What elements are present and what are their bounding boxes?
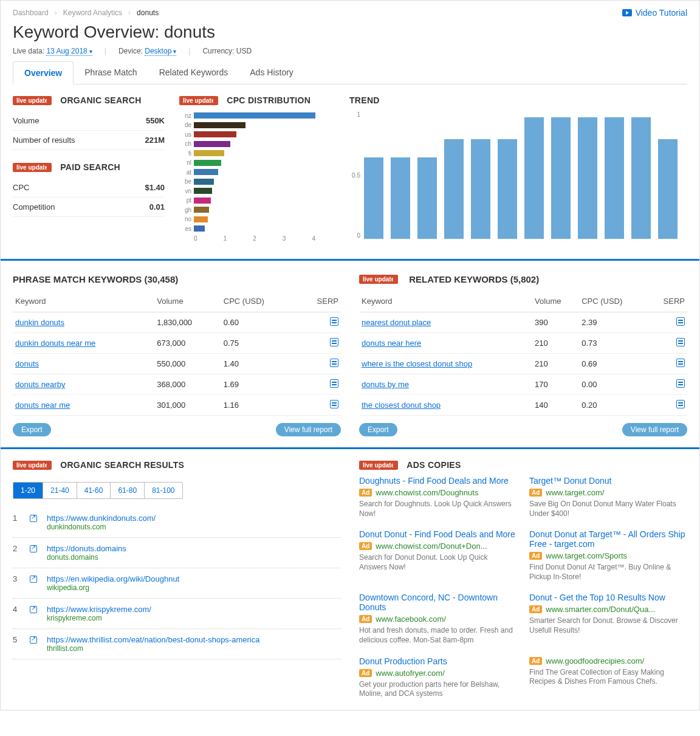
result-domain[interactable]: thrillist.com xyxy=(47,644,259,653)
live-update-badge: live update xyxy=(13,461,52,470)
external-link-icon[interactable] xyxy=(30,515,37,522)
cpc-bar xyxy=(194,207,209,213)
external-link-icon[interactable] xyxy=(30,636,37,644)
cpc-bar-label: gh xyxy=(179,207,191,213)
currency-label: Currency: USD xyxy=(202,47,252,55)
serp-result-item: 5https://www.thrillist.com/eat/nation/be… xyxy=(13,629,341,659)
organic-results-title: ORGANIC SEARCH RESULTS xyxy=(60,460,184,470)
result-domain[interactable]: krispykreme.com xyxy=(47,614,151,622)
serp-result-item: 2https://donuts.domainsdonuts.domains xyxy=(13,538,341,568)
cpc-dist-title: CPC DISTRIBUTION xyxy=(227,95,311,105)
device-picker[interactable]: Desktop xyxy=(145,47,176,56)
ad-copy: Donut Donut - Find Food Deals and MoreAd… xyxy=(359,529,517,582)
serp-icon[interactable] xyxy=(676,379,685,388)
keyword-link[interactable]: donuts nearby xyxy=(15,380,65,389)
cpc-bar xyxy=(194,225,205,232)
view-full-report-button[interactable]: View full report xyxy=(276,423,341,436)
serp-icon[interactable] xyxy=(676,317,685,326)
tab-ads-history[interactable]: Ads History xyxy=(239,61,304,84)
live-update-badge: live update xyxy=(13,163,52,172)
pager-item[interactable]: 81-100 xyxy=(145,483,182,498)
result-url[interactable]: https://www.krispykreme.com/ xyxy=(47,605,151,614)
keyword-link[interactable]: dunkin donuts near me xyxy=(15,339,95,348)
trend-chart: 10.50 xyxy=(346,111,687,239)
keyword-link[interactable]: the closest donut shop xyxy=(362,401,441,410)
ad-title[interactable]: Donut - Get the Top 10 Results Now xyxy=(529,593,687,602)
video-tutorial-link[interactable]: Video Tutorial xyxy=(622,8,687,18)
tab-related[interactable]: Related Keywords xyxy=(148,61,239,84)
cpc-bar xyxy=(194,122,245,128)
external-link-icon[interactable] xyxy=(30,576,37,583)
tab-phrase-match[interactable]: Phrase Match xyxy=(74,61,148,84)
external-link-icon[interactable] xyxy=(30,545,37,552)
ad-title[interactable]: Donut Production Parts xyxy=(359,656,517,666)
ad-description: Hot and fresh donuts, made to order. Fre… xyxy=(359,626,517,645)
serp-icon[interactable] xyxy=(330,359,338,367)
result-url[interactable]: https://donuts.domains xyxy=(47,544,126,553)
pager-item[interactable]: 21-40 xyxy=(43,483,77,498)
serp-icon[interactable] xyxy=(676,400,685,408)
keyword-link[interactable]: donuts near me xyxy=(15,401,70,410)
result-url[interactable]: https://www.thrillist.com/eat/nation/bes… xyxy=(47,635,259,644)
serp-icon[interactable] xyxy=(330,379,338,388)
keyword-link[interactable]: where is the closest donut shop xyxy=(362,359,472,368)
result-domain[interactable]: donuts.domains xyxy=(47,553,126,562)
export-button[interactable]: Export xyxy=(13,423,51,436)
cpc-bar-label: at xyxy=(179,169,191,176)
ad-description: Smarter Search for Donut. Browse & Disco… xyxy=(529,616,687,635)
export-button[interactable]: Export xyxy=(359,423,397,436)
serp-icon[interactable] xyxy=(676,338,685,346)
serp-icon[interactable] xyxy=(330,338,338,346)
ad-description: Get your production parts here for Belsh… xyxy=(359,680,517,699)
date-picker[interactable]: 13 Aug 2018 xyxy=(46,47,92,56)
trend-bar xyxy=(391,157,410,239)
ad-copy: Adwww.goodfoodrecipies.com/Find The Grea… xyxy=(529,656,687,699)
ad-url[interactable]: www.chowist.com/Doughnuts xyxy=(376,488,478,497)
result-url[interactable]: https://www.dunkindonuts.com/ xyxy=(47,514,156,523)
table-row: donuts nearby368,0001.69 xyxy=(13,374,341,395)
pager-item[interactable]: 1-20 xyxy=(13,483,43,498)
ad-title[interactable]: Donut Donut at Target™ - All Orders Ship… xyxy=(529,529,687,549)
keyword-link[interactable]: donuts xyxy=(15,359,39,368)
keyword-link[interactable]: dunkin donuts xyxy=(15,318,64,327)
breadcrumb-analytics[interactable]: Keyword Analytics xyxy=(63,9,122,17)
ad-badge: Ad xyxy=(359,489,372,497)
result-domain[interactable]: wikipedia.org xyxy=(47,583,179,592)
ads-copies-title: ADS COPIES xyxy=(407,460,461,470)
serp-icon[interactable] xyxy=(330,317,338,326)
view-full-report-button[interactable]: View full report xyxy=(622,423,687,436)
ad-copy: Target™ Donut DonutAdwww.target.com/Save… xyxy=(529,476,687,518)
table-row: the closest donut shop1400.20 xyxy=(359,395,687,416)
serp-icon[interactable] xyxy=(330,400,338,408)
breadcrumb-dashboard[interactable]: Dashboard xyxy=(13,9,49,17)
trend-bar xyxy=(578,117,597,239)
result-url[interactable]: https://en.wikipedia.org/wiki/Doughnut xyxy=(47,574,179,583)
ad-url[interactable]: www.smarter.com/Donut/Qua... xyxy=(546,605,655,614)
tab-overview[interactable]: Overview xyxy=(13,61,74,84)
keyword-link[interactable]: donuts near here xyxy=(362,339,421,348)
ad-url[interactable]: www.target.com/ xyxy=(546,488,604,497)
paid-search-title: PAID SEARCH xyxy=(60,162,120,172)
cpc-bar xyxy=(194,112,315,119)
serp-result-item: 1https://www.dunkindonuts.com/dunkindonu… xyxy=(13,507,341,538)
cpc-bar xyxy=(194,198,211,204)
pager-item[interactable]: 41-60 xyxy=(77,483,111,498)
ad-url[interactable]: www.goodfoodrecipies.com/ xyxy=(546,656,644,665)
pager-item[interactable]: 61-80 xyxy=(111,483,145,498)
ad-title[interactable]: Target™ Donut Donut xyxy=(529,476,687,486)
ad-url[interactable]: www.autofryer.com/ xyxy=(376,669,444,678)
ad-url[interactable]: www.facebook.com/ xyxy=(376,614,446,624)
cpc-bar-label: nl xyxy=(179,159,191,166)
external-link-icon[interactable] xyxy=(30,606,37,613)
serp-icon[interactable] xyxy=(676,359,685,367)
keyword-link[interactable]: nearest donut place xyxy=(362,318,431,327)
phrase-match-table: Keyword Volume CPC (USD) SERP dunkin don… xyxy=(13,291,341,416)
ad-title[interactable]: Downtown Concord, NC - Downtown Donuts xyxy=(359,593,517,612)
ad-url[interactable]: www.chowist.com/Donut+Don... xyxy=(376,542,487,551)
ad-title[interactable]: Doughnuts - Find Food Deals and More xyxy=(359,476,517,486)
ad-title[interactable]: Donut Donut - Find Food Deals and More xyxy=(359,529,517,539)
ad-url[interactable]: www.target.com/Sports xyxy=(546,551,627,560)
result-domain[interactable]: dunkindonuts.com xyxy=(47,523,156,531)
keyword-link[interactable]: donuts by me xyxy=(362,380,409,389)
table-row: where is the closest donut shop2100.69 xyxy=(359,354,687,374)
